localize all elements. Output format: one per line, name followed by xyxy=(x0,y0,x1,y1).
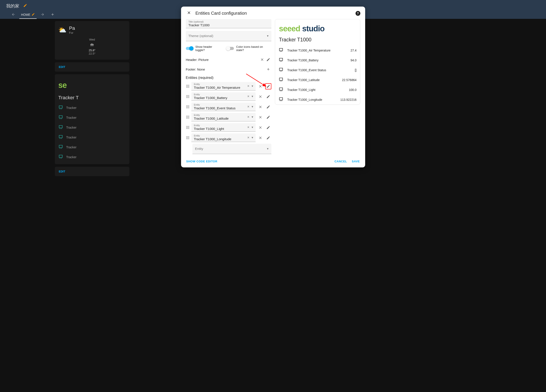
entity-clear-inner-icon[interactable]: × xyxy=(247,94,249,98)
entity-clear-inner-icon[interactable]: × xyxy=(247,105,249,109)
preview-title: Tracker T1000 xyxy=(275,36,360,45)
drag-handle-icon[interactable] xyxy=(186,95,190,98)
title-input[interactable]: Title (optional) Tracker T1000 xyxy=(186,19,271,28)
entity-select[interactable]: EntityTracker T1000_Latitude×▼ xyxy=(191,113,256,121)
entity-clear-inner-icon[interactable]: × xyxy=(247,136,249,140)
entity-select[interactable]: EntityTracker T1000_Longitude×▼ xyxy=(191,134,256,142)
entity-edit-icon[interactable] xyxy=(265,124,271,131)
theme-select-label: Theme (optional) xyxy=(188,34,213,38)
show-code-editor-button[interactable]: SHOW CODE EDITOR xyxy=(186,160,217,163)
color-icons-toggle-label: Color icons based on state? xyxy=(236,45,271,52)
entity-clear-inner-icon[interactable]: × xyxy=(247,125,249,129)
entity-select[interactable]: EntityTracker T1000_Event Status×▼ xyxy=(191,103,256,111)
drag-handle-icon[interactable] xyxy=(186,85,190,88)
chevron-down-icon: ▼ xyxy=(251,126,254,129)
entity-field-value: Tracker T1000_Battery xyxy=(194,96,248,100)
preview-card: seeed studio Tracker T1000 Tracker T1000… xyxy=(275,19,360,105)
title-input-value: Tracker T1000 xyxy=(188,23,269,27)
preview-entity-row[interactable]: Tracker T1000_Latitude22.576864 xyxy=(275,75,360,85)
preview-entity-row[interactable]: Tracker T1000_Battery94.0 xyxy=(275,55,360,65)
header-label: Header: Picture xyxy=(186,58,209,62)
preview-entity-value: 94.0 xyxy=(351,58,356,62)
close-modal-icon[interactable] xyxy=(186,11,192,16)
preview-entity-value: [] xyxy=(355,68,357,72)
modal-title: Entities Card configuration xyxy=(195,11,247,16)
entity-row: EntityTracker T1000_Light×▼ xyxy=(186,123,271,132)
chevron-down-icon: ▼ xyxy=(266,147,269,150)
preview-entity-name: Tracker T1000_Air Temperature xyxy=(287,49,347,52)
header-edit-icon[interactable] xyxy=(265,57,271,63)
entity-icon xyxy=(279,77,283,83)
entity-row: EntityTracker T1000_Latitude×▼ xyxy=(186,113,271,121)
entity-remove-icon[interactable] xyxy=(257,114,263,120)
preview-entity-row[interactable]: Tracker T1000_Light100.0 xyxy=(275,85,360,95)
entity-icon xyxy=(279,58,283,63)
title-input-label: Title (optional) xyxy=(188,20,269,23)
drag-handle-icon[interactable] xyxy=(186,136,190,139)
entity-field-label: Entity xyxy=(194,124,248,127)
entity-field-label: Entity xyxy=(194,134,248,137)
add-entity-placeholder: Entity xyxy=(195,147,203,151)
preview-entity-row[interactable]: Tracker T1000_Event Status[] xyxy=(275,65,360,75)
entities-section-title: Entities (required) xyxy=(186,74,271,82)
entity-remove-icon[interactable] xyxy=(257,124,263,131)
entity-edit-icon[interactable] xyxy=(265,104,271,110)
entity-field-value: Tracker T1000_Latitude xyxy=(194,116,248,121)
footer-add-icon[interactable] xyxy=(265,66,271,72)
chevron-down-icon: ▼ xyxy=(251,95,254,98)
drag-handle-icon[interactable] xyxy=(186,105,190,108)
entity-remove-icon[interactable] xyxy=(257,104,263,110)
show-header-toggle-label: Show header toggle? xyxy=(195,45,222,52)
show-header-toggle[interactable] xyxy=(186,47,193,50)
preview-entity-row[interactable]: Tracker T1000_Air Temperature27.4 xyxy=(275,45,360,55)
entity-field-value: Tracker T1000_Longitude xyxy=(194,137,248,141)
save-button[interactable]: SAVE xyxy=(352,160,360,163)
drag-handle-icon[interactable] xyxy=(186,126,190,129)
entity-remove-icon[interactable] xyxy=(257,135,263,141)
preview-entity-row[interactable]: Tracker T1000_Longitude113.922216 xyxy=(275,95,360,104)
help-icon[interactable]: ? xyxy=(356,11,360,16)
entity-field-label: Entity xyxy=(194,114,248,116)
chevron-down-icon: ▼ xyxy=(266,34,269,38)
header-clear-icon[interactable] xyxy=(259,57,265,63)
preview-entity-name: Tracker T1000_Longitude xyxy=(287,98,337,102)
preview-entity-value: 100.0 xyxy=(349,88,356,92)
drag-handle-icon[interactable] xyxy=(186,116,190,119)
entity-row: EntityTracker T1000_Battery×▼ xyxy=(186,92,271,101)
entity-edit-icon[interactable] xyxy=(265,83,271,90)
theme-select[interactable]: Theme (optional) ▼ xyxy=(186,31,271,41)
entity-select[interactable]: EntityTracker T1000_Air Temperature×▼ xyxy=(191,82,256,90)
entity-edit-icon[interactable] xyxy=(265,94,271,100)
preview-entity-name: Tracker T1000_Latitude xyxy=(287,78,338,82)
seeed-logo: seeed studio xyxy=(279,24,325,33)
cancel-button[interactable]: CANCEL xyxy=(334,160,347,163)
entity-row: EntityTracker T1000_Longitude×▼ xyxy=(186,134,271,142)
entity-remove-icon[interactable] xyxy=(257,94,263,100)
entity-field-value: Tracker T1000_Light xyxy=(194,127,248,131)
entity-clear-inner-icon[interactable]: × xyxy=(247,115,249,119)
entity-row: EntityTracker T1000_Event Status×▼ xyxy=(186,103,271,111)
entity-icon xyxy=(279,67,283,73)
preview-entity-value: 22.576864 xyxy=(342,78,356,82)
entity-icon xyxy=(279,87,283,92)
chevron-down-icon: ▼ xyxy=(251,105,254,108)
entities-card-config-modal: Entities Card configuration ? Title (opt… xyxy=(181,6,365,167)
entity-icon xyxy=(279,48,283,53)
entity-clear-inner-icon[interactable]: × xyxy=(247,84,249,88)
chevron-down-icon: ▼ xyxy=(251,84,254,88)
preview-entity-name: Tracker T1000_Light xyxy=(287,88,345,92)
chevron-down-icon: ▼ xyxy=(251,116,254,119)
entity-edit-icon[interactable] xyxy=(265,135,271,141)
entity-select[interactable]: EntityTracker T1000_Light×▼ xyxy=(191,123,256,132)
entity-select[interactable]: EntityTracker T1000_Battery×▼ xyxy=(191,92,256,101)
modal-overlay: Entities Card configuration ? Title (opt… xyxy=(0,0,546,392)
entity-remove-icon[interactable] xyxy=(257,83,263,90)
color-icons-toggle[interactable] xyxy=(227,47,234,50)
preview-entity-name: Tracker T1000_Battery xyxy=(287,58,347,62)
entity-field-value: Tracker T1000_Event Status xyxy=(194,106,248,110)
add-entity-select[interactable]: Entity ▼ xyxy=(192,144,271,154)
entity-edit-icon[interactable] xyxy=(265,114,271,120)
preview-entity-value: 113.922216 xyxy=(340,98,357,102)
preview-entity-value: 27.4 xyxy=(351,49,356,52)
chevron-down-icon: ▼ xyxy=(251,136,254,139)
